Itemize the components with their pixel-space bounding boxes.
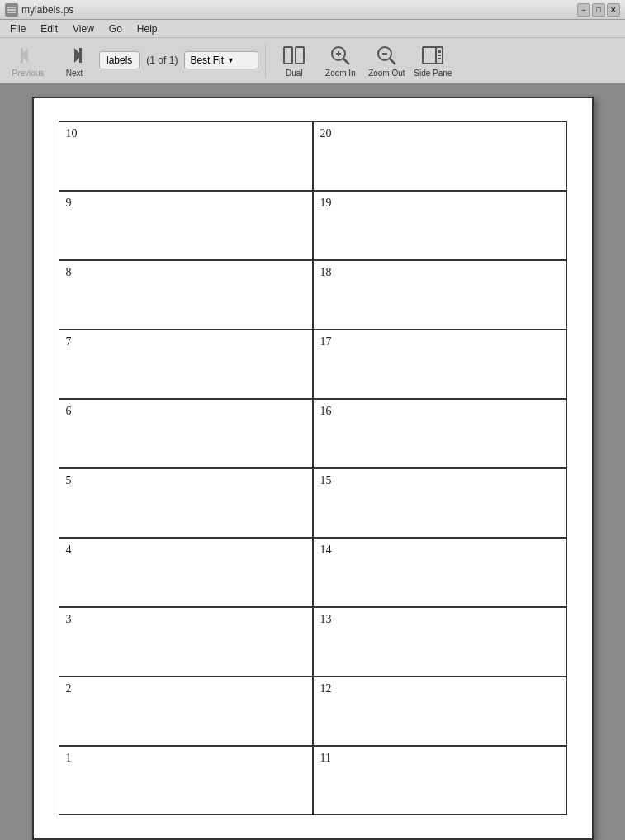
window-controls: − □ ✕ [577, 3, 620, 17]
label-cell: 8 [59, 260, 313, 330]
app-menu-icon[interactable] [5, 3, 18, 17]
label-cell: 4 [59, 538, 313, 607]
menu-view[interactable]: View [66, 21, 101, 36]
svg-rect-7 [284, 47, 292, 64]
toolbar-separator-1 [265, 44, 266, 77]
dual-label: Dual [286, 69, 303, 78]
next-icon [63, 44, 86, 67]
svg-rect-8 [296, 47, 304, 64]
next-label: Next [66, 69, 83, 78]
previous-button[interactable]: Previous [7, 41, 50, 79]
svg-rect-4 [21, 48, 23, 63]
menu-help[interactable]: Help [130, 21, 164, 36]
title-bar-left: mylabels.ps [5, 3, 73, 17]
label-cell: 7 [59, 330, 313, 399]
svg-rect-20 [438, 58, 441, 59]
previous-icon [17, 44, 40, 67]
label-cell: 9 [59, 191, 313, 260]
restore-button[interactable]: □ [592, 3, 605, 17]
page-indicator: (1 of 1) [143, 53, 181, 68]
zoom-out-icon [375, 44, 398, 67]
zoom-dropdown-arrow: ▼ [227, 56, 234, 64]
window-title: mylabels.ps [21, 4, 73, 16]
label-cell: 13 [313, 607, 567, 676]
label-cell: 5 [59, 468, 313, 538]
dual-button[interactable]: Dual [272, 41, 315, 79]
close-button[interactable]: ✕ [607, 3, 620, 17]
side-pane-label: Side Pane [414, 69, 452, 78]
label-cell: 14 [313, 538, 567, 607]
label-cell: 19 [313, 191, 567, 260]
zoom-in-label: Zoom In [325, 69, 356, 78]
svg-rect-6 [79, 48, 82, 63]
label-cell: 11 [313, 746, 567, 815]
main-content: 1020919818717616515414313212111 [0, 83, 625, 840]
labels-button[interactable]: labels [99, 51, 140, 69]
zoom-value: Best Fit [190, 55, 224, 66]
label-cell: 18 [313, 260, 567, 330]
previous-label: Previous [12, 69, 45, 78]
label-cell: 15 [313, 468, 567, 538]
zoom-in-icon [329, 44, 352, 67]
side-pane-button[interactable]: Side Pane [411, 41, 454, 79]
nav-area: labels (1 of 1) Best Fit ▼ [99, 51, 258, 69]
minimize-button[interactable]: − [577, 3, 590, 17]
label-cell: 1 [59, 746, 313, 815]
zoom-in-button[interactable]: Zoom In [319, 41, 362, 79]
label-cell: 6 [59, 399, 313, 468]
menu-file[interactable]: File [3, 21, 32, 36]
label-cell: 3 [59, 607, 313, 676]
svg-line-15 [390, 59, 395, 64]
label-cell: 17 [313, 330, 567, 399]
svg-rect-0 [7, 7, 16, 8]
svg-rect-18 [438, 50, 441, 53]
svg-line-12 [343, 59, 349, 64]
label-cell: 16 [313, 399, 567, 468]
side-pane-icon [421, 44, 444, 67]
svg-rect-2 [7, 12, 16, 13]
svg-rect-1 [7, 9, 16, 11]
label-cell: 10 [59, 121, 313, 191]
svg-rect-19 [438, 55, 441, 56]
zoom-select[interactable]: Best Fit ▼ [184, 51, 258, 69]
label-cell: 12 [313, 676, 567, 746]
label-cell: 20 [313, 121, 567, 191]
menu-edit[interactable]: Edit [34, 21, 64, 36]
label-cell: 2 [59, 676, 313, 746]
toolbar: Previous Next labels (1 of 1) Best Fit ▼… [0, 38, 625, 83]
zoom-out-button[interactable]: Zoom Out [365, 41, 408, 79]
menu-go[interactable]: Go [102, 21, 129, 36]
dual-icon [282, 44, 305, 67]
labels-grid: 1020919818717616515414313212111 [59, 121, 567, 815]
menu-bar: File Edit View Go Help [0, 20, 625, 38]
document-page: 1020919818717616515414313212111 [32, 97, 594, 840]
next-button[interactable]: Next [53, 41, 96, 79]
zoom-out-label: Zoom Out [368, 69, 405, 78]
title-bar: mylabels.ps − □ ✕ [0, 0, 625, 20]
